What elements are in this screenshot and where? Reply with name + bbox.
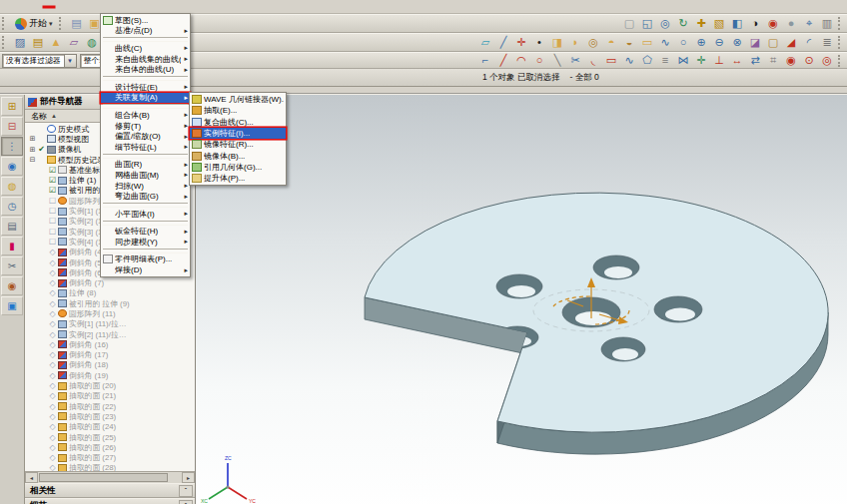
- toolbar-grip[interactable]: [838, 36, 845, 50]
- extrude-icon[interactable]: ◨: [549, 36, 565, 50]
- circle-ref-icon[interactable]: ◎: [819, 54, 835, 68]
- unite-icon[interactable]: ⊕: [693, 36, 709, 50]
- face-analysis-icon[interactable]: ◉: [765, 17, 781, 31]
- insert-surface[interactable]: 曲面(R): [101, 160, 190, 171]
- zoom-icon[interactable]: ◎: [657, 17, 673, 31]
- suppress-checkbox[interactable]: ◇: [48, 278, 57, 287]
- suppress-checkbox[interactable]: ◇: [48, 299, 57, 308]
- details-section[interactable]: 细节 ˇ: [25, 498, 195, 504]
- studio-spline-icon[interactable]: ∿: [621, 54, 637, 68]
- insert-trim[interactable]: 修剪(T): [101, 121, 190, 132]
- insert-curve[interactable]: 曲线(C): [101, 43, 190, 54]
- insert-weld[interactable]: 焊接(D): [101, 264, 190, 275]
- tree-row[interactable]: ◇ 倒斜角 (18): [25, 360, 195, 370]
- tree-row[interactable]: ◇ 抽取的面 (22): [25, 401, 195, 411]
- insert-sweep[interactable]: 扫掠(W): [101, 181, 190, 192]
- suppress-checkbox[interactable]: ◇: [48, 412, 57, 421]
- sequence-icon[interactable]: ▤: [1, 217, 23, 236]
- fit-view-icon[interactable]: ◱: [639, 17, 655, 31]
- notebook-icon[interactable]: ▤: [30, 36, 46, 50]
- pan-view-icon[interactable]: ✚: [693, 17, 709, 31]
- toolbar-grip[interactable]: [2, 17, 9, 31]
- chevron-down-icon[interactable]: ▼: [64, 55, 76, 67]
- hole-icon[interactable]: ◎: [585, 36, 601, 50]
- constraint-navigator-icon[interactable]: ⊟: [1, 117, 23, 136]
- suppress-checkbox[interactable]: ◇: [48, 340, 57, 349]
- chevron-down-icon[interactable]: ˇ: [179, 485, 193, 497]
- refresh-display-icon[interactable]: ▧: [711, 17, 727, 31]
- insert-flange-surface[interactable]: 弯边曲面(G): [101, 191, 190, 202]
- brush-icon[interactable]: ▱: [66, 36, 82, 50]
- insert-combine-bodies[interactable]: 组合体(B): [101, 110, 190, 121]
- expand-icon[interactable]: ⊞: [28, 146, 37, 154]
- display-mode-icon[interactable]: ▢: [621, 17, 637, 31]
- scrollbar-thumb[interactable]: [39, 473, 168, 482]
- derived-line-icon[interactable]: ╲: [549, 54, 565, 68]
- suppress-checkbox[interactable]: ◇: [48, 268, 57, 277]
- insert-menu-item[interactable]: [103, 203, 188, 208]
- tree-row[interactable]: ◇ 实例[2] (11)/拉…: [25, 329, 195, 339]
- rectangle-icon[interactable]: ▭: [603, 54, 619, 68]
- tree-row[interactable]: ◇ 抽取的面 (26): [25, 442, 195, 452]
- tools-icon[interactable]: ✂: [1, 256, 23, 275]
- point-icon[interactable]: •: [531, 36, 547, 50]
- insert-offset-scale[interactable]: 偏置/缩放(O): [101, 131, 190, 142]
- suppress-checkbox[interactable]: ☐: [48, 238, 57, 247]
- info-icon[interactable]: ◉: [1, 157, 23, 176]
- chamfer-icon[interactable]: ◢: [783, 36, 799, 50]
- line-icon[interactable]: ╱: [495, 54, 511, 68]
- horizontal-scrollbar[interactable]: ◂ ▸: [25, 471, 195, 483]
- suppress-checkbox[interactable]: ☐: [48, 207, 57, 216]
- suppress-checkbox[interactable]: ◇: [48, 402, 57, 411]
- edge-blend-icon[interactable]: ◜: [801, 36, 817, 50]
- pad-icon[interactable]: ▭: [639, 36, 655, 50]
- tree-row[interactable]: ◇ 抽取的面 (27): [25, 453, 195, 463]
- trim-body-icon[interactable]: ◪: [747, 36, 763, 50]
- insert-facet-body[interactable]: 小平面体(I): [101, 209, 190, 220]
- auto-constrain-icon[interactable]: ⇄: [747, 54, 763, 68]
- globe-icon[interactable]: ◍: [84, 36, 100, 50]
- suppress-checkbox[interactable]: ◇: [48, 453, 57, 462]
- suppress-checkbox[interactable]: ☑: [48, 176, 57, 185]
- expand-icon[interactable]: ⊞: [28, 135, 37, 143]
- datum-axis-icon[interactable]: ╱: [495, 36, 511, 50]
- suppress-checkbox[interactable]: ◇: [48, 433, 57, 442]
- snap-point-icon[interactable]: ⌖: [801, 17, 817, 31]
- sketch-task-icon[interactable]: ▨: [12, 36, 28, 50]
- work-layer-icon[interactable]: ▥: [819, 17, 835, 31]
- suppress-checkbox[interactable]: ◇: [48, 371, 57, 380]
- insert-datum-point[interactable]: 基准/点(D): [101, 26, 190, 37]
- insert-menu-item[interactable]: [103, 76, 188, 81]
- profile-icon[interactable]: ⌐: [477, 54, 493, 68]
- tree-row[interactable]: ◇ 圆形阵列 (11): [25, 308, 195, 318]
- tree-row[interactable]: ◇ 抽取的面 (21): [25, 391, 195, 401]
- constraints-icon[interactable]: ⊥: [711, 54, 727, 68]
- graphics-viewport[interactable]: ZC XC YC: [196, 95, 847, 504]
- pocket-icon[interactable]: ◒: [621, 36, 637, 50]
- scroll-right-icon[interactable]: ▸: [182, 472, 195, 483]
- toolbar-grip[interactable]: [838, 55, 845, 67]
- suppress-checkbox[interactable]: ☑: [48, 186, 57, 195]
- suppress-checkbox[interactable]: ◇: [48, 248, 57, 256]
- toolbar-grip[interactable]: [2, 36, 9, 50]
- insert-menu-item[interactable]: [103, 249, 188, 253]
- suppress-checkbox[interactable]: ◇: [48, 258, 57, 267]
- show-constraints-icon[interactable]: ⌗: [765, 54, 781, 68]
- part-navigator-icon[interactable]: ⋮: [1, 137, 23, 156]
- circle-point-icon[interactable]: ⊙: [801, 54, 817, 68]
- suppress-checkbox[interactable]: ◇: [48, 319, 57, 328]
- insert-design-feature[interactable]: 设计特征(E): [101, 82, 190, 93]
- insert-menu-item[interactable]: [103, 37, 188, 42]
- mirror-body[interactable]: 镜像体(B)...: [190, 150, 286, 161]
- suppress-checkbox[interactable]: ◇: [48, 443, 57, 452]
- tree-row[interactable]: ◇ 倒斜角 (7): [25, 277, 195, 287]
- palette-icon[interactable]: ▮: [1, 237, 23, 255]
- selection-filter-dropdown[interactable]: 没有选择过滤器 ▼: [2, 54, 77, 68]
- insert-menu-item[interactable]: [103, 104, 188, 109]
- extract-item[interactable]: 抽取(E)...: [190, 105, 286, 116]
- insert-parts-list[interactable]: 零件明细表(P)...: [101, 254, 190, 265]
- rendering-style-icon[interactable]: ◑: [747, 17, 763, 31]
- arc-icon[interactable]: ◠: [513, 54, 529, 68]
- tree-row[interactable]: ◇ 倒斜角 (16): [25, 339, 195, 349]
- polygon-icon[interactable]: ⬠: [639, 54, 655, 68]
